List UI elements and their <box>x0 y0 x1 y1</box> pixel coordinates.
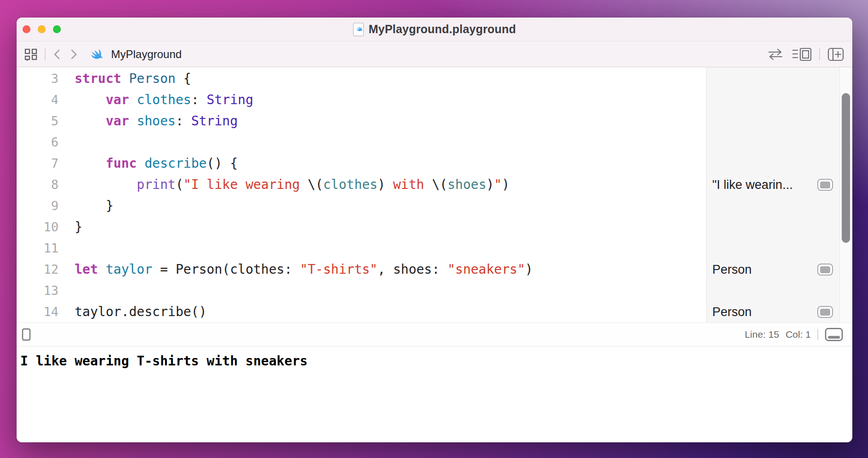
hide-console-icon[interactable] <box>825 328 843 341</box>
result-row: "I like wearin... <box>707 174 839 195</box>
title-bar[interactable]: MyPlayground.playground <box>17 18 852 41</box>
add-editor-icon[interactable] <box>827 47 844 61</box>
line-number: 7 <box>17 153 59 174</box>
col-indicator: Col: 1 <box>786 329 811 340</box>
editor-content: 3struct Person {4 var clothes: String5 v… <box>17 67 852 323</box>
result-row: Person <box>707 301 839 323</box>
code-text: print("I like wearing \(clothes) with \(… <box>59 174 510 195</box>
line-number: 9 <box>17 195 59 217</box>
code-line: 5 var shoes: String <box>17 111 706 132</box>
code-text: func describe() { <box>59 153 238 174</box>
line-number: 3 <box>17 68 59 89</box>
console-output-area[interactable]: I like wearing T-shirts with sneakers <box>17 346 852 442</box>
line-number: 10 <box>17 217 59 238</box>
console-output: I like wearing T-shirts with sneakers <box>20 352 849 370</box>
code-text <box>59 280 75 301</box>
code-line: 3struct Person { <box>17 68 706 89</box>
code-text <box>59 132 75 153</box>
swift-file-icon <box>90 48 103 61</box>
code-line: 11 <box>17 238 706 259</box>
minimize-window-button[interactable] <box>38 25 46 33</box>
xcode-playground-window: MyPlayground.playground <box>17 18 852 442</box>
zoom-window-button[interactable] <box>53 25 61 33</box>
status-bar: Line: 15 Col: 1 <box>17 323 852 346</box>
editor-options-icon[interactable] <box>792 47 812 61</box>
breadcrumb[interactable]: MyPlayground <box>111 48 182 61</box>
scrollbar-thumb[interactable] <box>842 93 850 243</box>
toolbar-separator <box>45 48 46 60</box>
run-indicator-icon[interactable] <box>21 328 31 341</box>
result-row: Person <box>707 259 839 280</box>
code-text: var clothes: String <box>59 89 253 111</box>
code-text: } <box>59 195 113 217</box>
line-number: 6 <box>17 132 59 153</box>
line-number: 14 <box>17 301 59 323</box>
results-sidebar: "I like wearin...PersonPerson <box>706 67 839 323</box>
line-number: 11 <box>17 238 59 259</box>
window-title: MyPlayground.playground <box>369 23 516 36</box>
code-text: var shoes: String <box>59 111 238 132</box>
code-text: let taylor = Person(clothes: "T-shirts",… <box>59 259 533 280</box>
code-editor[interactable]: 3struct Person {4 var clothes: String5 v… <box>17 67 706 323</box>
navigate-forward-icon[interactable] <box>69 48 79 61</box>
related-items-icon[interactable] <box>23 47 38 62</box>
code-text: } <box>59 217 82 238</box>
line-indicator: Line: 15 <box>745 329 779 340</box>
code-line: 8 print("I like wearing \(clothes) with … <box>17 174 706 195</box>
line-number: 8 <box>17 174 59 195</box>
code-text: struct Person { <box>59 68 191 89</box>
editor-scrollbar[interactable] <box>839 67 852 323</box>
traffic-lights <box>17 25 61 33</box>
code-text <box>59 238 75 259</box>
code-line: 7 func describe() { <box>17 153 706 174</box>
result-value: "I like wearin... <box>712 178 817 192</box>
show-result-button[interactable] <box>817 264 833 276</box>
result-value: Person <box>712 263 817 277</box>
navigate-back-icon[interactable] <box>52 48 62 61</box>
editor-toolbar: MyPlayground <box>17 41 852 67</box>
close-window-button[interactable] <box>23 25 30 33</box>
code-line: 9 } <box>17 195 706 217</box>
line-number: 5 <box>17 111 59 132</box>
code-line: 4 var clothes: String <box>17 89 706 111</box>
code-line: 6 <box>17 132 706 153</box>
code-line: 13 <box>17 280 706 301</box>
show-result-button[interactable] <box>817 179 833 191</box>
line-number: 4 <box>17 89 59 111</box>
code-review-icon[interactable] <box>767 48 784 60</box>
result-value: Person <box>712 305 817 319</box>
playground-document-icon <box>353 23 364 36</box>
status-separator <box>817 329 818 340</box>
code-line: 14taylor.describe() <box>17 301 706 323</box>
code-text: taylor.describe() <box>59 301 207 323</box>
cursor-position[interactable]: Line: 15 Col: 1 <box>745 329 811 340</box>
line-number: 13 <box>17 280 59 301</box>
line-number: 12 <box>17 259 59 280</box>
toolbar-separator <box>819 48 820 60</box>
code-line: 10} <box>17 217 706 238</box>
code-line: 12let taylor = Person(clothes: "T-shirts… <box>17 259 706 280</box>
show-result-button[interactable] <box>817 306 833 318</box>
